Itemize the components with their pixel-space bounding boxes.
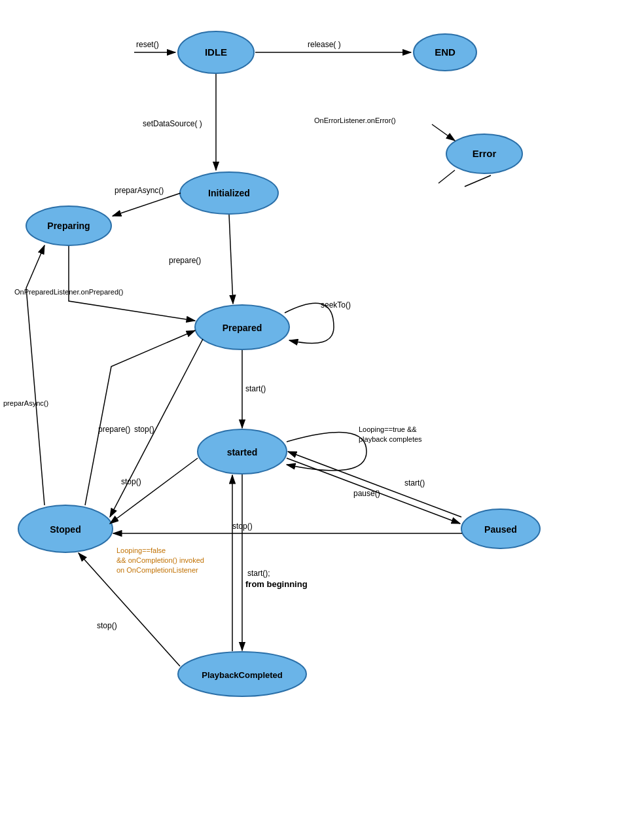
label-pause: pause(): [353, 489, 380, 498]
state-playback-completed-label: PlaybackCompleted: [202, 670, 283, 680]
svg-line-7: [432, 124, 455, 141]
label-reset: reset(): [136, 40, 159, 49]
label-start-beginning: start();: [247, 569, 270, 578]
state-prepared-label: Prepared: [223, 323, 262, 333]
svg-line-8: [438, 170, 455, 183]
label-prepar-async-stoped: preparAsync(): [3, 399, 48, 407]
svg-line-6: [229, 215, 233, 304]
label-on-prepared: OnPreparedListener.onPrepared(): [14, 288, 123, 296]
state-stoped-label: Stoped: [50, 524, 80, 535]
state-end-label: END: [435, 46, 456, 58]
label-release: release( ): [308, 40, 341, 49]
label-stop-playback: stop(): [97, 621, 117, 630]
state-idle-label: IDLE: [205, 46, 227, 58]
label-prepare-init: prepare(): [169, 256, 201, 265]
state-paused-label: Paused: [484, 524, 517, 535]
label-on-completion: && onCompletion() invoked: [116, 556, 204, 564]
label-prepar-async-init: preparAsync(): [115, 186, 164, 195]
label-on-completion-listener: on OnCompletionListener: [116, 566, 198, 574]
state-preparing-label: Preparing: [47, 221, 90, 231]
label-set-data-source: setDataSource( ): [143, 119, 202, 128]
label-seek-to: seekTo(): [321, 300, 351, 310]
label-playback-completes: playback completes: [359, 435, 422, 443]
label-stop-started: stop(): [121, 477, 141, 486]
state-initialized-label: Initialized: [208, 188, 250, 198]
label-start-prepared: start(): [245, 384, 266, 393]
label-looping-false: Looping==false: [116, 546, 166, 554]
state-started-label: started: [227, 447, 258, 457]
label-on-error: OnErrorListener.onError(): [314, 116, 396, 124]
label-start-paused: start(): [404, 478, 425, 488]
label-looping-true: Looping==true &&: [359, 425, 417, 433]
state-error-label: Error: [473, 148, 497, 159]
svg-line-5: [113, 193, 181, 216]
label-from-beginning: from beginning: [245, 579, 308, 589]
label-prepare-stoped: prepare(): [98, 425, 130, 434]
svg-line-9: [465, 175, 491, 187]
label-stop-prepared: stop(): [134, 425, 154, 434]
svg-line-12: [288, 452, 461, 517]
